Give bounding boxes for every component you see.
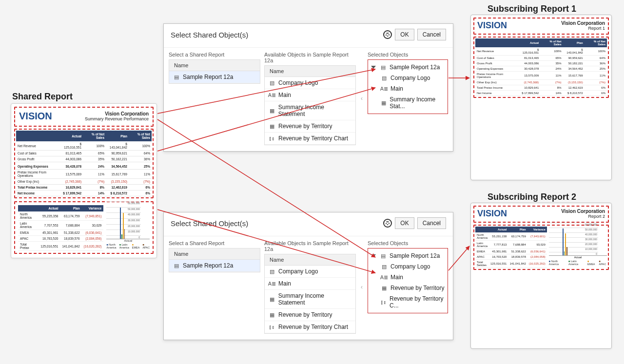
gear-icon[interactable] — [383, 30, 392, 39]
text-icon: A≣ — [381, 274, 388, 281]
sub2-bar-chart: 60,000,00050,000,00040,000,00030,000,000… — [549, 227, 607, 256]
selected-object-item[interactable]: A≣Main — [370, 83, 446, 94]
subscribing-report-1-card: VISION Vision CorporationReport 1 Actual… — [470, 15, 612, 180]
available-object-item[interactable]: A≣Main — [265, 89, 355, 101]
sub1-summary-table: Actual% of Net SalesPlan% of Net Sales N… — [475, 38, 607, 96]
ok-button[interactable]: OK — [395, 29, 414, 40]
selected-objects-label: Selected Objects — [368, 52, 448, 57]
image-icon: ▧ — [381, 75, 388, 81]
image-icon: ▧ — [269, 79, 275, 86]
ok-button[interactable]: OK — [395, 217, 414, 229]
available-object-item[interactable]: ▦Summary Income Statement — [265, 101, 355, 120]
dialog-title: Select Shared Object(s) — [171, 31, 248, 39]
vision-logo: VISION — [19, 111, 52, 122]
chart-icon: ⫿⫾ — [381, 299, 387, 306]
available-object-item[interactable]: ▦Summary Income Statement — [265, 290, 355, 309]
shared-report-item[interactable]: ▤ Sample Report 12a — [169, 260, 260, 272]
report-icon: ▤ — [173, 262, 180, 269]
chart-icon: ⫿⫾ — [269, 324, 275, 330]
territory-bar-chart: 60,000,00050,000,00040,000,00030,000,000… — [106, 205, 150, 239]
selected-root[interactable]: ▤Sample Report 12a — [370, 62, 446, 73]
grid-icon: ▦ — [269, 311, 275, 318]
report-title-block: Vision Corporation Summary Revenue Perfo… — [85, 111, 149, 121]
selected-objects-1: ▤Sample Report 12a ▧Company LogoA≣Main▦S… — [368, 59, 448, 114]
gear-icon[interactable] — [383, 219, 392, 228]
shared-report-item[interactable]: ▤ Sample Report 12a — [169, 71, 260, 83]
shared-report-heading: Shared Report — [12, 92, 73, 102]
available-object-item[interactable]: ⫿⫾Revenue by Territory Chart — [265, 133, 355, 145]
grid-icon: ▦ — [381, 99, 387, 106]
dialog-title: Select Shared Object(s) — [171, 219, 248, 228]
subscribing-report-2-heading: Subscribing Report 2 — [488, 192, 576, 202]
chart-icon: ⫿⫾ — [269, 135, 275, 142]
selected-object-item[interactable]: A≣Main — [370, 272, 446, 283]
grid-icon: ▦ — [269, 107, 275, 114]
available-objects-list: Name ▧Company LogoA≣Main▦Summary Income … — [264, 65, 356, 145]
available-object-item[interactable]: ▧Company Logo — [265, 77, 355, 89]
image-icon: ▧ — [269, 268, 275, 275]
text-icon: A≣ — [269, 280, 275, 287]
subscribing-report-2-card: VISION Vision CorporationReport 2 Actual… — [470, 203, 612, 349]
chart-legend: North America Latin America EMEA APAC — [106, 243, 150, 249]
mover-controls[interactable]: ‹ — [360, 52, 364, 145]
territory-table: ActualPlanVariance North America55,235,3… — [18, 205, 103, 251]
subscribing-report-1-heading: Subscribing Report 1 — [488, 4, 576, 14]
available-objects-label: Available Objects in Sample Report 12a — [264, 52, 356, 63]
image-icon: ▧ — [381, 263, 388, 270]
selected-object-item[interactable]: ▦Summary Income Stat... — [370, 94, 446, 112]
grid-icon: ▦ — [269, 296, 275, 303]
selected-root[interactable]: ▤Sample Report 12a — [370, 250, 446, 261]
select-shared-objects-dialog-2: Select Shared Object(s) OK Cancel Select… — [163, 212, 453, 340]
available-object-item[interactable]: ▦Revenue by Territory — [265, 309, 355, 321]
selected-object-item[interactable]: ▦Revenue by Territory — [370, 283, 446, 293]
selected-object-item[interactable]: ▧Company Logo — [370, 261, 446, 272]
grid-icon: ▦ — [381, 285, 388, 291]
cancel-button[interactable]: Cancel — [417, 217, 446, 229]
selected-objects-2: ▤Sample Report 12a ▧Company LogoA≣Main▦R… — [368, 248, 448, 313]
shared-report-card: VISION Vision Corporation Summary Revenu… — [11, 103, 157, 258]
selected-object-item[interactable]: ⫿⫾Revenue by Territory C... — [370, 293, 446, 311]
text-icon: A≣ — [381, 85, 388, 92]
mover-controls[interactable]: ‹ — [360, 240, 364, 334]
selected-object-item[interactable]: ▧Company Logo — [370, 73, 446, 83]
available-object-item[interactable]: ▦Revenue by Territory — [265, 120, 355, 133]
available-object-item[interactable]: ⫿⫾Revenue by Territory Chart — [265, 321, 355, 333]
report-icon: ▤ — [173, 74, 180, 80]
chevron-down-icon — [371, 254, 376, 257]
grid-icon: ▦ — [269, 123, 275, 130]
select-shared-objects-dialog-1: Select Shared Object(s) OK Cancel Select… — [163, 23, 453, 152]
text-icon: A≣ — [269, 92, 275, 98]
chevron-down-icon — [371, 66, 376, 69]
vision-logo: VISION — [477, 20, 507, 31]
sub2-territory-table: ActualPlanVariance North America55,231,1… — [475, 227, 547, 268]
cancel-button[interactable]: Cancel — [417, 29, 446, 40]
select-shared-report-label: Select a Shared Report — [169, 52, 260, 57]
shared-report-list: Name ▤ Sample Report 12a — [169, 59, 260, 84]
available-object-item[interactable]: ▧Company Logo — [265, 266, 355, 278]
vision-logo: VISION — [477, 209, 507, 219]
available-object-item[interactable]: A≣Main — [265, 278, 355, 290]
summary-income-table: Actual% of Net SalesPlan% of Net Sales N… — [16, 131, 152, 196]
